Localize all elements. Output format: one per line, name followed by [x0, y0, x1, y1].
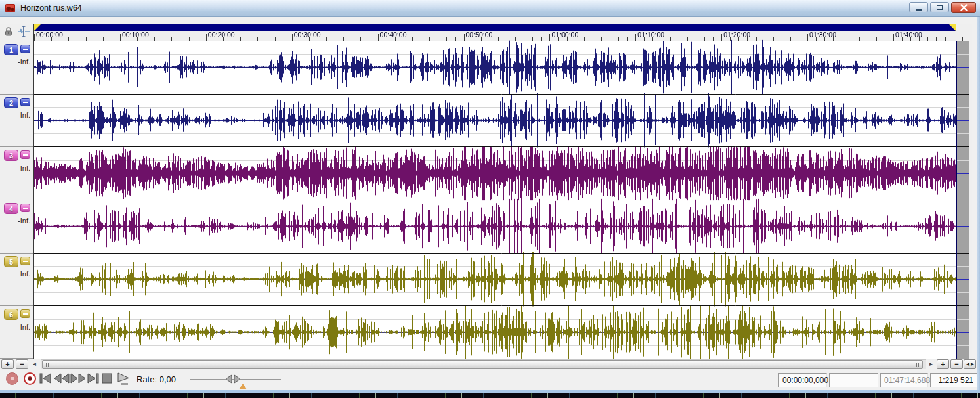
timeline-label: 00:00:00	[36, 31, 63, 39]
track-minimize-button[interactable]	[20, 204, 30, 212]
zoom-out-button[interactable]: −	[16, 359, 28, 369]
stop-icon	[100, 372, 114, 384]
track-minimize-button[interactable]	[20, 257, 30, 265]
go-to-end-icon	[86, 372, 100, 384]
zoom-in-button-right[interactable]: +	[937, 359, 949, 369]
window-right-border	[977, 17, 980, 390]
maximize-button[interactable]	[930, 2, 949, 12]
window-title: Horizont rus.w64	[20, 3, 82, 12]
scrollbar-thumb[interactable]	[42, 360, 923, 369]
track-separator	[0, 305, 33, 306]
stop-button[interactable]	[100, 372, 114, 387]
track-number-badge[interactable]: 5	[4, 256, 18, 267]
minus-icon	[23, 261, 28, 262]
track-separator	[0, 146, 33, 147]
track-minimize-button[interactable]	[20, 45, 30, 53]
minus-icon	[23, 208, 28, 209]
time-ruler[interactable]: 00:00:0000:10:0000:20:0000:30:0000:40:00…	[34, 24, 972, 41]
timeline-label: 00:10:00	[122, 31, 149, 39]
waveform-display[interactable]	[34, 24, 972, 359]
track-minimize-button[interactable]	[20, 98, 30, 106]
position-display[interactable]: 00:00:00,000	[778, 373, 827, 387]
horizontal-scrollbar-row: + − ◄ ► + − ◄►	[0, 359, 977, 370]
track-volume-label[interactable]: -Inf.	[0, 217, 30, 225]
go-to-start-icon	[38, 372, 53, 384]
scrollbar-track[interactable]	[41, 359, 926, 369]
track-header-column: 1-Inf.2-Inf.3-Inf.4-Inf.5-Inf.6-Inf.	[0, 24, 34, 359]
record-dot-icon	[28, 376, 32, 381]
play-icon	[116, 372, 131, 386]
track-minimize-button[interactable]	[20, 150, 30, 159]
record-button[interactable]	[6, 372, 18, 385]
track-number-badge[interactable]: 3	[4, 150, 18, 161]
track-separator	[0, 253, 33, 254]
background-window-strip	[0, 393, 980, 398]
track-volume-label[interactable]: -Inf.	[0, 164, 30, 172]
rate-label: Rate: 0,00	[137, 374, 176, 384]
timeline-label: 01:10:00	[637, 31, 664, 39]
timeline-label: 00:20:00	[208, 31, 235, 39]
minimize-button[interactable]	[909, 2, 928, 12]
track-number-badge[interactable]: 2	[4, 97, 18, 108]
track-volume-label[interactable]: -Inf.	[0, 111, 30, 119]
track-volume-label[interactable]: -Inf.	[0, 58, 30, 66]
maximize-icon	[937, 5, 943, 10]
zoom-fit-button[interactable]: ◄►	[964, 359, 976, 369]
rewind-button[interactable]	[53, 372, 70, 387]
zoom-out-button-right[interactable]: −	[950, 359, 963, 369]
scroll-left-button[interactable]: ◄	[30, 360, 39, 368]
timeline-label: 01:00:00	[551, 31, 578, 39]
title-bar[interactable]: Horizont rus.w64	[0, 0, 980, 17]
track-separator	[0, 94, 33, 95]
track-volume-label[interactable]: -Inf.	[0, 323, 30, 331]
track-number-badge[interactable]: 1	[4, 44, 18, 55]
minus-icon	[23, 313, 28, 315]
selection-display[interactable]	[829, 373, 878, 387]
play-button[interactable]	[116, 372, 131, 388]
timeline-label: 01:30:00	[809, 31, 836, 39]
forward-button[interactable]	[70, 372, 87, 387]
zoom-ratio-display[interactable]: 1:219 521	[930, 373, 977, 387]
minus-icon	[23, 102, 28, 103]
rate-center-marker[interactable]	[239, 384, 247, 389]
app-icon[interactable]	[5, 3, 16, 14]
go-to-start-button[interactable]	[38, 372, 53, 387]
edit-tool-icon[interactable]	[16, 24, 31, 41]
thumb-grip-right[interactable]	[916, 363, 919, 367]
length-display[interactable]: 01:47:14,688	[880, 373, 928, 387]
forward-icon	[70, 372, 87, 384]
minimize-icon	[916, 9, 922, 11]
go-to-end-button[interactable]	[86, 372, 100, 387]
close-icon	[960, 4, 968, 11]
lock-icon[interactable]	[4, 26, 13, 39]
app-icon-glyph	[5, 3, 16, 14]
app-window: Horizont rus.w64 00	[0, 0, 980, 398]
track-minimize-button[interactable]	[20, 309, 30, 318]
zoom-in-button[interactable]: +	[1, 359, 14, 369]
scroll-right-button[interactable]: ►	[927, 360, 935, 368]
thumb-grip-left[interactable]	[46, 363, 49, 367]
timeline-label: 01:20:00	[723, 31, 750, 39]
slider-thumb-icon	[224, 374, 242, 384]
close-button[interactable]	[951, 2, 976, 13]
minus-icon	[23, 49, 28, 50]
timeline-label: 00:30:00	[294, 31, 321, 39]
track-volume-label[interactable]: -Inf.	[0, 270, 30, 278]
timeline-label: 00:40:00	[380, 31, 407, 39]
track-number-badge[interactable]: 6	[4, 309, 18, 320]
record-arm-button[interactable]	[24, 372, 36, 385]
minus-icon	[23, 154, 28, 156]
track-number-badge[interactable]: 4	[4, 203, 18, 214]
track-separator	[0, 200, 33, 200]
rewind-icon	[53, 372, 70, 384]
timeline-label: 00:50:00	[466, 31, 493, 39]
timeline-label: 01:40:00	[895, 31, 922, 39]
